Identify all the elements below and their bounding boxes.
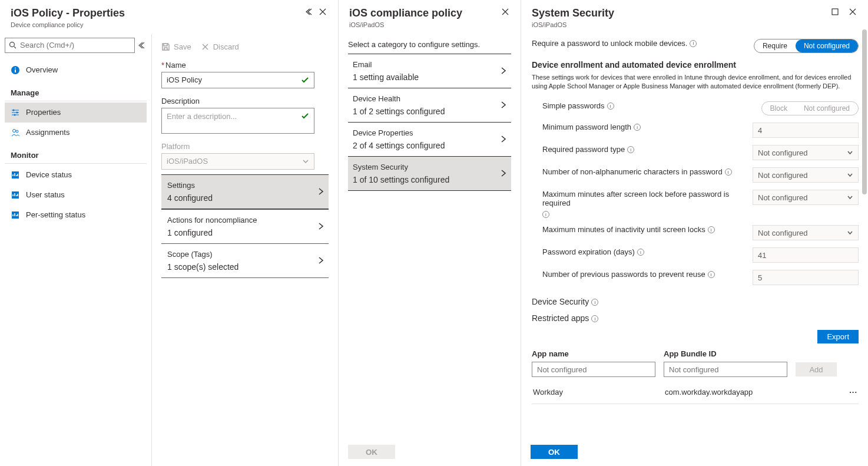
summary-settings[interactable]: Settings 4 configured	[161, 174, 329, 209]
category-device-properties[interactable]: Device Properties2 of 4 settings configu…	[348, 122, 511, 156]
chevron-right-icon	[499, 169, 508, 177]
save-icon	[161, 42, 170, 51]
prev-passwords-input[interactable]: 5	[753, 270, 859, 285]
maximize-icon[interactable]	[830, 7, 840, 16]
simple-passwords-toggle[interactable]: Block Not configured	[761, 101, 859, 115]
svg-point-5	[16, 111, 18, 113]
svg-point-4	[13, 109, 15, 111]
save-button[interactable]: Save	[161, 42, 191, 51]
min-password-length-input[interactable]: 4	[753, 123, 859, 138]
search-input[interactable]	[5, 38, 135, 53]
info-icon	[11, 65, 20, 75]
row-actions-icon[interactable]: ···	[849, 388, 857, 396]
password-type-select[interactable]: Not configured	[753, 145, 859, 160]
password-type-label: Required password typei	[542, 145, 747, 154]
info-icon[interactable]: i	[634, 124, 641, 131]
chevron-right-icon	[317, 187, 325, 196]
add-button[interactable]: Add	[796, 362, 837, 376]
app-row-name: Workday	[533, 388, 665, 396]
name-input[interactable]: iOS Policy	[161, 72, 314, 88]
password-expiration-label: Password expiration (days)i	[542, 247, 747, 256]
summary-actions[interactable]: Actions for noncompliance 1 configured	[161, 209, 329, 243]
svg-point-7	[13, 129, 16, 132]
report-icon	[11, 210, 20, 220]
nav-section-manage: Manage	[5, 80, 147, 101]
category-email[interactable]: Email1 setting available	[348, 54, 511, 88]
compliance-categories-blade: iOS compliance policy iOS/iPadOS Select …	[339, 0, 521, 466]
info-icon[interactable]: i	[725, 168, 732, 176]
chevron-down-icon	[847, 194, 853, 201]
discard-button[interactable]: Discard	[201, 42, 239, 51]
require-password-label: Require a password to unlock mobile devi…	[532, 39, 748, 48]
nav-device-status[interactable]: Device status	[5, 165, 147, 185]
blade-title: iOS compliance policy	[349, 7, 462, 20]
app-name-input[interactable]	[532, 362, 655, 377]
category-device-health[interactable]: Device Health1 of 2 settings configured	[348, 88, 511, 122]
require-password-toggle[interactable]: Require Not configured	[754, 39, 859, 53]
column-app-name: App name	[532, 349, 655, 358]
sidebar-nav: Overview Manage Properties Assignments M…	[0, 34, 152, 466]
nonalpha-label: Number of non-alphanumeric characters in…	[542, 167, 747, 176]
check-icon	[301, 76, 309, 84]
blade-subtitle: iOS/iPadOS	[532, 21, 614, 28]
system-security-blade: System Security iOS/iPadOS Require a pas…	[521, 0, 868, 466]
nonalpha-select[interactable]: Not configured	[753, 167, 859, 183]
min-password-length-label: Minimum password lengthi	[542, 123, 747, 131]
category-system-security[interactable]: System Security1 of 10 settings configur…	[348, 156, 511, 191]
svg-point-0	[10, 42, 15, 47]
info-icon[interactable]: i	[542, 211, 549, 218]
chevron-right-icon	[499, 135, 508, 143]
blade-title: System Security	[532, 7, 614, 20]
svg-rect-2	[15, 70, 16, 72]
info-icon[interactable]: i	[607, 103, 614, 110]
close-icon[interactable]	[848, 7, 857, 16]
platform-label: Platform	[161, 142, 329, 151]
description-input[interactable]: Enter a description...	[161, 108, 314, 134]
blade-subtitle: iOS/iPadOS	[349, 21, 462, 28]
info-icon[interactable]: i	[637, 249, 644, 256]
max-after-lock-select[interactable]: Not configured	[753, 190, 859, 205]
column-bundle-id: App Bundle ID	[664, 349, 787, 358]
sliders-icon	[11, 108, 20, 117]
nav-assignments[interactable]: Assignments	[5, 123, 147, 143]
enrollment-section-title: Device enrollment and automated device e…	[532, 60, 859, 70]
ok-button[interactable]: OK	[531, 445, 578, 459]
prev-passwords-label: Number of previous passwords to prevent …	[542, 270, 747, 279]
chevron-right-icon	[317, 256, 325, 265]
report-icon	[11, 170, 20, 180]
info-icon[interactable]: i	[591, 315, 598, 322]
svg-rect-12	[832, 9, 838, 15]
app-row-bundle: com.workday.workdayapp	[665, 388, 849, 396]
chevron-double-left-icon[interactable]	[138, 41, 147, 49]
chevron-right-icon	[317, 222, 325, 230]
info-icon[interactable]: i	[627, 146, 634, 153]
nav-user-status[interactable]: User status	[5, 185, 147, 205]
close-icon[interactable]	[501, 7, 510, 16]
chevron-down-icon	[302, 158, 309, 165]
summary-scope[interactable]: Scope (Tags) 1 scope(s) selected	[161, 243, 329, 278]
max-idle-select[interactable]: Not configured	[753, 225, 859, 240]
max-idle-label: Maximum minutes of inactivity until scre…	[542, 225, 747, 234]
info-icon[interactable]: i	[708, 271, 715, 278]
info-icon[interactable]: i	[690, 40, 697, 47]
chevron-down-icon	[847, 172, 853, 179]
bundle-id-input[interactable]	[664, 362, 787, 377]
nav-properties[interactable]: Properties	[5, 103, 147, 123]
name-label: *Name	[161, 61, 329, 70]
scrollbar[interactable]	[862, 29, 867, 194]
blade-subtitle: Device compliance policy	[11, 21, 125, 28]
description-label: Description	[161, 97, 329, 105]
export-button[interactable]: Export	[817, 330, 859, 343]
nav-overview[interactable]: Overview	[5, 60, 147, 80]
info-icon[interactable]: i	[708, 226, 715, 233]
info-icon[interactable]: i	[591, 299, 598, 306]
ok-button[interactable]: OK	[348, 445, 395, 459]
password-expiration-input[interactable]: 41	[753, 247, 859, 263]
instruction-text: Select a category to configure settings.	[348, 40, 511, 49]
svg-point-6	[14, 114, 16, 115]
nav-per-setting-status[interactable]: Per-setting status	[5, 205, 147, 225]
close-icon[interactable]	[318, 7, 327, 16]
restricted-app-row: Workday com.workday.workdayapp ···	[532, 381, 859, 404]
collapse-icon[interactable]	[305, 7, 314, 16]
check-icon	[301, 112, 309, 120]
